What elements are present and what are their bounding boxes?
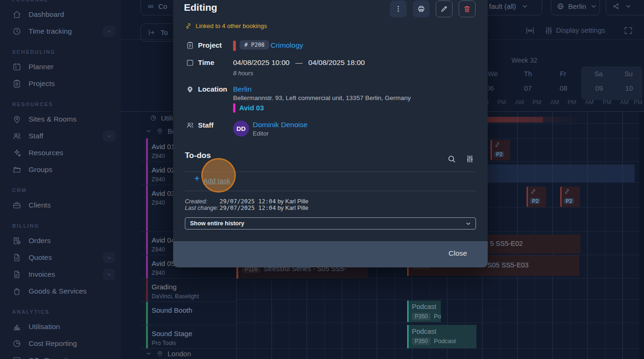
pie-chart-icon: [150, 115, 157, 122]
chevron-down-icon: [106, 29, 112, 35]
users-icon: [186, 121, 194, 129]
history-dropdown[interactable]: Show entire history: [185, 217, 476, 230]
sidebar-item-orders[interactable]: Orders: [0, 232, 121, 249]
link-icon: [530, 188, 536, 194]
display-settings-label[interactable]: Display settings: [556, 26, 605, 34]
site-dropdown-label: Berlin: [568, 2, 586, 10]
close-button[interactable]: Close: [448, 249, 467, 258]
sidebar-item-clients[interactable]: Clients: [0, 197, 121, 214]
expand-chevron[interactable]: [103, 26, 115, 37]
location-pin-icon: [186, 85, 194, 93]
todos-filter-icon[interactable]: [465, 154, 475, 165]
project-code-badge: P2: [564, 198, 574, 204]
booking-title: Podcast: [412, 328, 476, 335]
report-icon: [12, 356, 22, 359]
created-line: Created:29/07/2025 12:04 by Karl Pille: [185, 198, 308, 205]
expand-chevron[interactable]: [103, 269, 115, 280]
display-settings-icon[interactable]: [544, 26, 554, 37]
group-london[interactable]: London: [145, 350, 191, 358]
fit-width-icon[interactable]: [525, 26, 535, 37]
sidebar-item-quotes[interactable]: Quotes: [0, 249, 121, 266]
linked-booking[interactable]: P2: [560, 187, 580, 207]
resource-subtitle: Z840: [152, 153, 165, 159]
chevron-down-icon: [106, 133, 112, 139]
sidebar-item-label: Resources: [29, 149, 63, 157]
jump-to-today-icon: [148, 29, 156, 36]
created-by: by Karl Pille: [278, 198, 308, 205]
resource-subtitle: Pro Tools: [152, 340, 176, 346]
linked-booking[interactable]: P2: [527, 187, 546, 207]
meridiem-label: AM: [550, 99, 559, 106]
sidebar-item-goods-services[interactable]: Goods & Services: [0, 283, 121, 300]
time-label: Time: [198, 58, 214, 66]
sidebar-item-cost-reporting[interactable]: Cost Reporting: [0, 335, 121, 352]
booking-ss5-e02[interactable]: 5 SS5-E02: [488, 235, 580, 253]
more-menu-button[interactable]: [390, 0, 407, 17]
project-code-badge: P2: [494, 151, 504, 157]
resource-row-sound-booth[interactable]: Sound Booth: [140, 302, 236, 325]
site-dropdown[interactable]: Berlin: [551, 0, 600, 15]
edit-button[interactable]: [436, 0, 453, 17]
chevron-down-icon: [465, 220, 472, 227]
resource-color-bar: [146, 255, 148, 278]
utilisation-strip-segment: [487, 117, 543, 122]
sidebar-item-invoices[interactable]: Invoices: [0, 266, 121, 283]
share-dropdown[interactable]: [606, 0, 644, 15]
range-button-label: Co: [158, 2, 167, 10]
project-name-link[interactable]: Crimology: [271, 41, 303, 50]
resource-name: Avid 01: [152, 143, 175, 151]
sidebar-item-resources[interactable]: Resources: [0, 144, 121, 161]
linked-booking[interactable]: P2: [490, 140, 510, 160]
location-site-link[interactable]: Berlin: [233, 85, 252, 93]
clipboard-icon: [186, 41, 194, 50]
barchart-icon: [12, 322, 22, 331]
last-change-label: Last change:: [185, 205, 220, 211]
chevron-down-icon: [106, 272, 112, 278]
meridiem-label: PM: [533, 99, 542, 106]
staff-name-link[interactable]: Dominik Denoise: [253, 121, 307, 129]
delete-button[interactable]: [459, 0, 476, 17]
sidebar-item-staff[interactable]: Staff: [0, 128, 121, 144]
sidebar-item-dashboard[interactable]: Dashboard: [0, 6, 121, 23]
scrollbar-gutter[interactable]: [639, 112, 644, 359]
resource-subtitle: Z840: [152, 246, 165, 253]
avatar: DD: [233, 121, 249, 136]
resource-row-sound-stage[interactable]: Sound StagePro Tools: [140, 325, 236, 349]
bag-icon: [12, 287, 22, 296]
sidebar-item-label: Cost Reporting: [29, 339, 77, 348]
sidebar: PERSONAL DashboardTime trackingSCHEDULIN…: [0, 0, 121, 359]
sidebar-item-time-tracking[interactable]: Time tracking: [0, 23, 121, 40]
resource-color-bar: [146, 302, 148, 325]
pencil-icon: [440, 5, 448, 13]
clock-icon: [12, 27, 22, 36]
todos-search-icon[interactable]: [447, 154, 456, 165]
linked-bookings-link[interactable]: Linked to 4 other bookings: [185, 22, 267, 29]
fullscreen-icon[interactable]: [623, 26, 633, 37]
booking-podcast-1[interactable]: Podcast P350Poc: [407, 301, 441, 322]
sidebar-item-label: Time tracking: [29, 27, 72, 36]
expand-chevron[interactable]: [103, 130, 115, 142]
booking-podcast-2[interactable]: Podcast P350Podcast: [407, 325, 476, 348]
resource-row-grading[interactable]: GradingDaVinci, Baselight: [140, 279, 236, 302]
sidebar-section-label: CRM: [0, 184, 121, 197]
sidebar-item-groups[interactable]: Groups: [0, 161, 121, 178]
sidebar-item-projects[interactable]: Projects: [0, 75, 121, 92]
sidebar-item-utilisation[interactable]: Utilisation: [0, 318, 121, 335]
last-change-date: 29/07/2025 12:04: [220, 204, 276, 211]
quote-icon: [12, 253, 22, 262]
print-button[interactable]: [413, 0, 430, 17]
day-of-week: Fr: [560, 70, 566, 78]
expand-chevron[interactable]: [103, 252, 115, 263]
invoice-icon: [12, 270, 22, 279]
sidebar-item-sites-rooms[interactable]: Sites & Rooms: [0, 111, 121, 128]
day-date: 10: [625, 84, 633, 92]
meridiem-label: AM: [620, 99, 629, 106]
room-link[interactable]: Avid 03: [239, 104, 264, 112]
history-dropdown-label: Show entire history: [190, 220, 244, 227]
sidebar-item-co-reporting[interactable]: CO₂ Reporting: [0, 352, 121, 359]
sidebar-section-label: RESOURCES: [0, 98, 121, 111]
resource-name: Avid 02: [152, 166, 175, 174]
link-icon: [185, 22, 192, 29]
day-date: 09: [595, 84, 603, 92]
sidebar-item-planner[interactable]: Planner: [0, 58, 121, 75]
